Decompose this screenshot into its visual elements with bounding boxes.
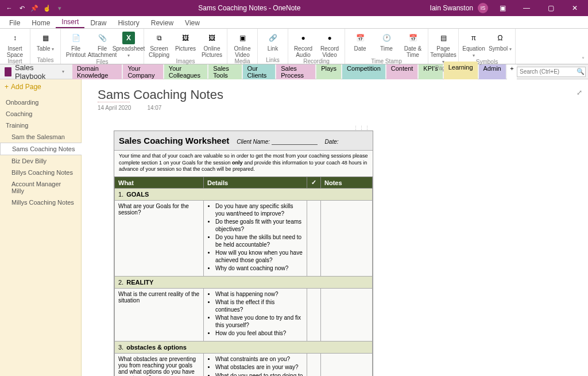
ribbon-online-video[interactable]: ▣Online Video — [230, 30, 255, 58]
ribbon-screen-clipping[interactable]: ⧉Screen Clipping — [146, 30, 172, 58]
ribbon-item-label: Online Video — [234, 45, 251, 58]
ribbon-insert-space[interactable]: ↕Insert Space — [2, 30, 28, 58]
menu-tab-review[interactable]: Review — [145, 17, 179, 28]
add-page-button[interactable]: + Add Page — [0, 79, 81, 94]
menu-tab-insert[interactable]: Insert — [56, 16, 84, 28]
th-what: What — [115, 177, 204, 189]
insert-space-icon: ↕ — [9, 32, 21, 44]
ribbon-item-label: Date & Time — [404, 45, 422, 58]
ribbon-equation[interactable]: πEquation ▾ — [461, 30, 486, 59]
menu-tab-draw[interactable]: Draw — [84, 17, 112, 28]
page-item-sams-coaching-notes[interactable]: Sams Coaching Notes — [0, 143, 82, 155]
page-title[interactable]: Sams Coaching Notes — [98, 87, 572, 102]
ribbon-date[interactable]: 📅Date — [347, 30, 373, 58]
section-tab-content[interactable]: Content — [386, 63, 418, 81]
section-tab-our-clients[interactable]: Our Clients — [243, 63, 276, 81]
ribbon-pictures[interactable]: 🖼Pictures — [173, 30, 198, 58]
ws-check — [307, 288, 321, 341]
page-item-coaching[interactable]: Coaching — [0, 108, 81, 120]
page-time[interactable]: 14:07 — [147, 105, 161, 111]
ribbon-file-attachment[interactable]: 📎File Attachment — [90, 30, 115, 59]
search-icon[interactable]: 🔍 — [577, 68, 585, 75]
ribbon-group-files: 📄File Printout📎File AttachmentXSpreadshe… — [61, 29, 144, 64]
notebook-picker[interactable]: Sales Playbook ▾ — [0, 64, 69, 79]
time-icon: 🕐 — [380, 32, 393, 44]
close-button[interactable]: ✕ — [565, 0, 585, 16]
touch-icon[interactable]: ☝ — [42, 3, 52, 13]
section-tab-your-colleagues[interactable]: Your Colleagues — [164, 63, 207, 81]
ribbon-item-label: Equation ▾ — [461, 45, 486, 59]
qat-caret[interactable]: ▾ — [55, 3, 64, 13]
menu-tab-view[interactable]: View — [179, 17, 206, 28]
ribbon-item-label: Date — [354, 45, 366, 52]
ws-what: What is the current reality of the situa… — [115, 288, 204, 341]
pin-icon[interactable]: 📌 — [30, 3, 39, 13]
section-tab-sales-process[interactable]: Sales Process — [276, 63, 315, 81]
ribbon-symbol[interactable]: ΩSymbol ▾ — [488, 30, 513, 59]
ribbon-table[interactable]: ▦Table ▾ — [33, 30, 58, 57]
link-icon: 🔗 — [266, 32, 279, 44]
menu-tab-file[interactable]: File — [3, 17, 26, 28]
ribbon-group-time-stamp: 📅Date🕐Time📅Date & TimeTime Stamp — [345, 29, 428, 64]
page-meta: 14 April 2020 14:07 — [98, 105, 572, 111]
ribbon-record-video[interactable]: ●Record Video — [317, 30, 342, 58]
undo-icon[interactable]: ↶ — [17, 3, 26, 13]
ribbon-date-&-time[interactable]: 📅Date & Time — [400, 30, 425, 58]
page-item-sam-the-salesman[interactable]: Sam the Salesman — [0, 131, 81, 143]
search-input[interactable] — [517, 67, 586, 77]
ribbon-group-symbols: πEquation ▾ΩSymbol ▾Symbols — [459, 29, 516, 64]
ribbon-group-label: Time Stamp — [345, 58, 428, 65]
ws-detail-item: What obstacles are in your way? — [215, 364, 303, 371]
ws-detail-item: Do you have any specific skills you want… — [215, 203, 303, 217]
page-item-training[interactable]: Training — [0, 120, 81, 131]
section-tab-sales-tools[interactable]: Sales Tools — [208, 63, 241, 81]
maximize-button[interactable]: ▢ — [541, 0, 560, 16]
file-printout-icon: 📄 — [69, 32, 82, 44]
online-pictures-icon: 🖼 — [206, 32, 218, 44]
ribbon-mode-icon[interactable]: ▣ — [493, 0, 512, 16]
ribbon-group-pages: ▤Page Templates ▾Pages — [428, 29, 459, 64]
section-bar: Sales Playbook ▾ Domain KnowledgeYour Co… — [0, 64, 588, 79]
screen-clipping-icon: ⧉ — [153, 32, 165, 44]
page-item-onboarding[interactable]: Onboarding — [0, 97, 81, 108]
fullscreen-icon[interactable]: ⤢ — [577, 89, 582, 97]
section-tab-plays[interactable]: Plays — [316, 63, 341, 81]
section-tab-learning[interactable]: Learning — [444, 62, 478, 80]
ribbon-page-templates[interactable]: ▤Page Templates ▾ — [431, 30, 456, 65]
th-check: ✓ — [307, 177, 321, 189]
page-item-biz-dev-billy[interactable]: Biz Dev Billy — [0, 155, 81, 167]
back-icon[interactable]: ← — [5, 3, 14, 13]
ws-check — [307, 353, 321, 376]
section-tab-competition[interactable]: Competition — [342, 63, 385, 81]
ws-detail-item: How do you feel about this? — [215, 330, 303, 337]
collapse-ribbon-icon[interactable]: ˅ — [582, 56, 585, 63]
page-item-millys-coaching-notes[interactable]: Millys Coaching Notes — [0, 197, 81, 208]
date-icon: 📅 — [354, 32, 366, 44]
chevron-down-icon: ▾ — [62, 69, 64, 74]
ribbon-online-pictures[interactable]: 🖼Online Pictures — [199, 30, 225, 58]
drag-handle-icon[interactable]: ⋮⋮⋮ — [353, 125, 370, 131]
ribbon-file-printout[interactable]: 📄File Printout — [63, 30, 88, 59]
ws-notes — [321, 353, 373, 376]
ribbon-record-audio[interactable]: ●Record Audio — [291, 30, 316, 58]
worksheet-container[interactable]: ⋮⋮⋮ Sales Coaching Worksheet Client Name… — [114, 131, 373, 376]
ribbon-spreadsheet[interactable]: XSpreadsheet ▾ — [116, 30, 141, 59]
ws-details: Do you have any specific skills you want… — [204, 201, 307, 277]
menu-tab-home[interactable]: Home — [26, 17, 56, 28]
user-name[interactable]: Iain Swanston — [430, 4, 473, 12]
menu-tab-history[interactable]: History — [112, 17, 145, 28]
page-item-account-manager-milly[interactable]: Account Manager Milly — [0, 178, 81, 197]
ribbon-item-label: Spreadsheet ▾ — [113, 45, 145, 59]
ribbon-time[interactable]: 🕐Time — [374, 30, 399, 58]
avatar[interactable]: IS — [478, 3, 488, 13]
page-canvas[interactable]: ⤢ Sams Coaching Notes 14 April 2020 14:0… — [82, 79, 588, 376]
ribbon-group-tables: ▦Table ▾Tables — [30, 29, 61, 64]
ribbon-group-label: Insert — [0, 58, 30, 65]
page-item-billys-coaching-notes[interactable]: Billys Coaching Notes — [0, 167, 81, 178]
ribbon-item-label: Screen Clipping — [149, 45, 169, 58]
ribbon: ↕Insert SpaceInsert▦Table ▾Tables📄File P… — [0, 29, 588, 64]
ribbon-item-label: File Printout — [66, 45, 86, 58]
minimize-button[interactable]: — — [517, 0, 536, 16]
ribbon-link[interactable]: 🔗Link — [260, 30, 285, 57]
page-date[interactable]: 14 April 2020 — [98, 105, 131, 111]
